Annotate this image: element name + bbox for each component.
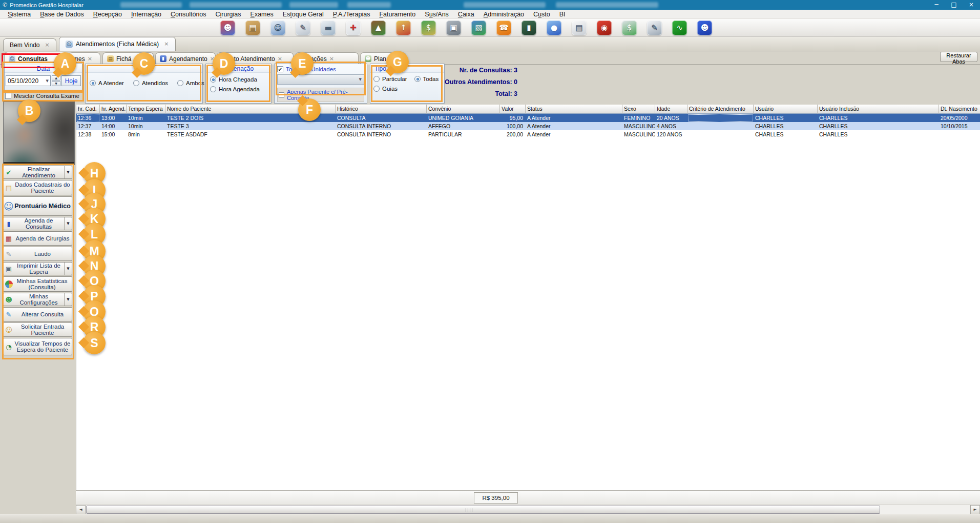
report-icon[interactable]: ▤: [572, 21, 587, 35]
subtab-internacoes[interactable]: ternações×: [295, 52, 359, 65]
subtab-consultas[interactable]: ☺Consultas: [4, 52, 67, 65]
col-header[interactable]: Status: [526, 105, 622, 114]
radio-tipo-guias[interactable]: Guias: [373, 86, 398, 92]
radio-icon[interactable]: [210, 76, 216, 83]
button-visualizar-tempos-de-espera-do[interactable]: ◔Visualizar Tempos de Espera do Paciente: [3, 338, 72, 355]
menu-sistema[interactable]: Sistema: [3, 11, 35, 18]
col-header[interactable]: Critério de Atendimento: [687, 105, 754, 114]
subtab-atendimento[interactable]: ◆nto Atendimento×: [217, 52, 294, 65]
close-icon[interactable]: ×: [329, 55, 334, 62]
table-row[interactable]: 12:3815:008minTESTE ASDADFCONSULTA INTER…: [76, 130, 980, 138]
menu-bi[interactable]: BI: [555, 11, 570, 18]
radio-status-ambos[interactable]: Ambos: [177, 80, 204, 86]
cash-flow-icon[interactable]: ↑: [396, 21, 411, 35]
checkbox-icon[interactable]: [5, 93, 11, 99]
menu-consult-rios[interactable]: Consultórios: [166, 11, 211, 18]
tab-atendimentos[interactable]: ☺Atendimentos (Ficha Médica)×: [59, 37, 176, 51]
pharmacy-icon[interactable]: ▲: [371, 21, 386, 35]
button-finalizar-atendimento[interactable]: ✔Finalizar Atendimento▼: [3, 166, 72, 179]
chat-icon[interactable]: ●: [547, 21, 561, 35]
minimize-button[interactable]: ─: [928, 0, 945, 10]
chevron-down-icon[interactable]: ▼: [64, 217, 72, 230]
subtab-agendamento[interactable]: ▮Agendamento×: [155, 52, 216, 65]
radio-icon[interactable]: [177, 80, 183, 86]
scroll-left-icon[interactable]: ◄: [76, 505, 86, 514]
menu-faturamento[interactable]: Faturamento: [374, 11, 420, 18]
prescription-icon[interactable]: ✎: [296, 21, 310, 35]
chevron-down-icon[interactable]: ▼: [64, 166, 72, 178]
col-header[interactable]: Usuário Inclusão: [818, 105, 939, 114]
phonebook-icon[interactable]: ☎: [496, 21, 511, 35]
table-row[interactable]: 12:3714:0010minTESTE 3CONSULTA INTERNOAF…: [76, 122, 980, 130]
safe-icon[interactable]: ▣: [446, 21, 461, 35]
chevron-down-icon[interactable]: ▼: [64, 263, 72, 275]
button-solicitar-entrada-paciente[interactable]: ☺Solicitar Entrada Paciente: [3, 323, 72, 337]
button-alterar-consulta[interactable]: ✎Alterar Consulta: [3, 307, 72, 321]
restore-tabs-button[interactable]: Restaurar Abas: [940, 52, 977, 62]
subtab-ficha[interactable]: ▤Fichá: [102, 52, 154, 65]
finance-icon[interactable]: $: [421, 21, 436, 35]
radio-icon[interactable]: [133, 80, 139, 86]
button-minhas-configura-es[interactable]: ☻Minhas Configurações▼: [3, 293, 72, 306]
col-header[interactable]: Tempo Espera: [127, 105, 165, 114]
button-agenda-de-cirurgias[interactable]: ▦Agenda de Cirurgias: [3, 231, 72, 246]
radio-status-atendidos[interactable]: Atendidos: [133, 80, 168, 86]
menu-base-de-dados[interactable]: Base de Dados: [35, 11, 88, 18]
close-icon[interactable]: ×: [278, 55, 282, 62]
power-icon[interactable]: ◉: [597, 21, 612, 35]
tab-bem-vindo[interactable]: Bem Vindo×: [3, 38, 56, 51]
col-header[interactable]: Nome do Paciente: [165, 105, 336, 114]
col-header[interactable]: Valor: [500, 105, 526, 114]
patients-icon[interactable]: ☻: [220, 21, 235, 35]
col-header[interactable]: Histórico: [336, 105, 427, 114]
menu-cirurgias[interactable]: Cirurgias: [211, 11, 246, 18]
ecg-icon[interactable]: ∿: [672, 21, 687, 35]
date-input[interactable]: 05/10/2020 ▼: [6, 75, 51, 86]
agenda-icon[interactable]: ☻: [697, 21, 712, 35]
button-prontu-rio-m-dico[interactable]: ☺Prontuário Médico: [3, 196, 72, 216]
doctor-icon[interactable]: ☺: [270, 21, 285, 35]
col-header[interactable]: Usuário: [754, 105, 818, 114]
spin-up-icon[interactable]: ▲: [52, 75, 60, 81]
close-icon[interactable]: ×: [210, 55, 215, 62]
maximize-button[interactable]: □: [945, 0, 963, 10]
radio-tipo-todas[interactable]: Todas: [414, 76, 439, 82]
col-header[interactable]: Convênio: [427, 105, 500, 114]
checkbox-icon[interactable]: [279, 92, 284, 98]
radio-icon[interactable]: [90, 80, 96, 86]
button-dados-cadastrais-do-paciente[interactable]: ▤Dados Cadastrais do Paciente: [3, 180, 72, 195]
ambulance-icon[interactable]: ✚: [346, 21, 361, 35]
e-billing-icon[interactable]: $: [622, 21, 637, 35]
subtab-exames[interactable]: mes×: [69, 52, 100, 65]
radio-icon[interactable]: [414, 76, 421, 82]
col-header[interactable]: hr. Cad.: [76, 105, 100, 114]
menu-sus-ans[interactable]: Sus/Ans: [420, 11, 453, 18]
scrollbar-thumb[interactable]: [86, 506, 880, 514]
button-agenda-de-consultas[interactable]: ▮Agenda de Consultas▼: [3, 217, 72, 230]
merge-consult-exam-checkbox[interactable]: Mesclar Consulta Exame: [5, 93, 79, 99]
col-header[interactable]: Sexo: [622, 105, 655, 114]
col-header[interactable]: Dt. Nascimento: [939, 105, 980, 114]
transport-stats-icon[interactable]: ▧: [471, 21, 486, 35]
units-dropdown[interactable]: ▼: [277, 74, 364, 85]
close-button[interactable]: ×: [963, 0, 980, 10]
contract-icon[interactable]: ✎: [647, 21, 662, 35]
scroll-right-icon[interactable]: ►: [970, 505, 980, 514]
menu-interna-o[interactable]: Internação: [127, 11, 166, 18]
radio-icon[interactable]: [373, 86, 380, 92]
menu-recep-o[interactable]: Recepção: [89, 11, 127, 18]
col-header[interactable]: hr. Agend.: [100, 105, 127, 114]
ledger-icon[interactable]: ▮: [522, 21, 536, 35]
table-row[interactable]: 12:3613:0010minTESTE 2 DOISCONSULTAUNIME…: [76, 114, 980, 122]
close-icon[interactable]: ×: [88, 55, 92, 62]
chevron-down-icon[interactable]: ▼: [64, 293, 72, 306]
today-button[interactable]: Hoje: [61, 75, 81, 86]
radio-icon[interactable]: [210, 86, 216, 92]
pre-consult-checkbox[interactable]: Apenas Paciente c/ Pré-Consulta: [277, 88, 364, 102]
button-imprimir-lista-de-espera[interactable]: ▣Imprimir Lista de Espera▼: [3, 262, 72, 275]
menu-administra-o[interactable]: Administração: [479, 11, 529, 18]
horizontal-scrollbar[interactable]: ◄ ►: [76, 505, 980, 514]
radio-ordering-hora-chegada[interactable]: Hora Chegada: [210, 76, 271, 83]
radio-tipo-particular[interactable]: Particular: [373, 76, 407, 82]
menu-exames[interactable]: Exames: [246, 11, 278, 18]
